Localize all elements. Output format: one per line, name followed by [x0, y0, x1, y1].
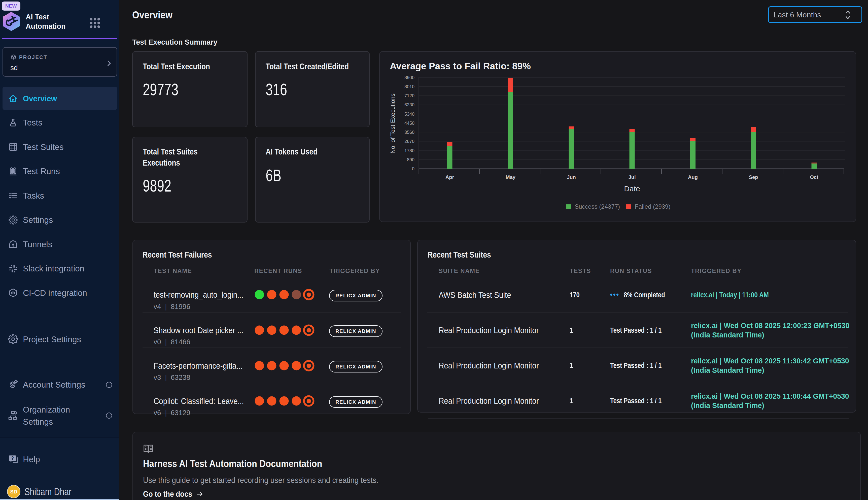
svg-text:2670: 2670 — [404, 139, 414, 144]
svg-text:8900: 8900 — [404, 75, 414, 80]
svg-text:Jul: Jul — [629, 174, 636, 180]
svg-text:0: 0 — [412, 166, 414, 171]
svg-text:Aug: Aug — [688, 174, 698, 180]
svg-text:1780: 1780 — [404, 148, 414, 153]
svg-text:7120: 7120 — [404, 93, 414, 98]
svg-text:Sep: Sep — [749, 174, 758, 180]
svg-text:May: May — [506, 174, 516, 180]
svg-text:Apr: Apr — [445, 174, 454, 180]
svg-text:Failed (2939): Failed (2939) — [635, 203, 670, 210]
svg-text:890: 890 — [407, 157, 414, 162]
svg-text:8010: 8010 — [404, 84, 414, 89]
svg-text:3560: 3560 — [404, 130, 414, 135]
svg-text:?: ? — [11, 455, 14, 461]
svg-text:Success (24377): Success (24377) — [575, 203, 620, 210]
svg-text:6230: 6230 — [404, 102, 414, 107]
svg-text:Jun: Jun — [567, 174, 576, 180]
svg-text:4450: 4450 — [404, 121, 414, 126]
svg-text:5340: 5340 — [404, 112, 414, 117]
svg-text:Oct: Oct — [810, 174, 818, 180]
svg-text:Date: Date — [624, 184, 640, 193]
svg-text:No. of Test Executions: No. of Test Executions — [389, 93, 396, 154]
